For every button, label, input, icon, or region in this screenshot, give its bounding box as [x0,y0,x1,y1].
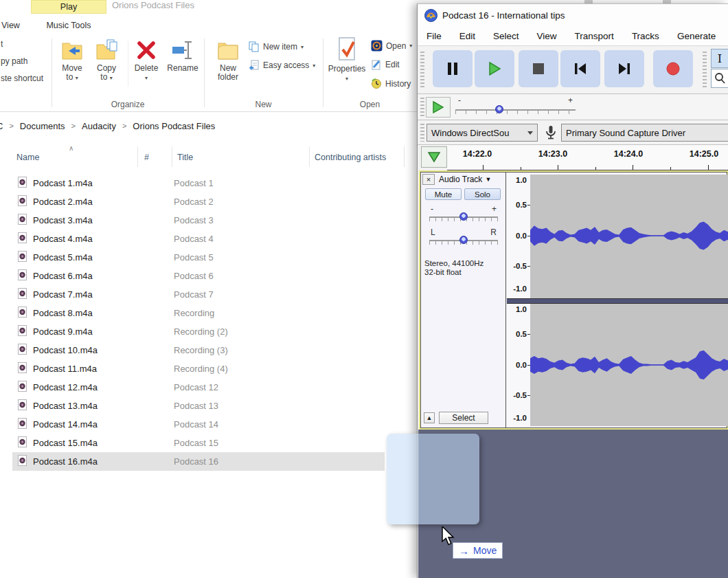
toolbar-grip[interactable] [420,124,424,142]
pan-slider[interactable]: L R [429,229,498,247]
playback-volume-slider[interactable]: - + [455,97,576,118]
copy-to-icon [95,38,118,62]
file-row[interactable]: Podcast 1.m4aPodcast 1 [0,174,417,192]
selection-tool-button[interactable]: I [711,49,728,68]
delete-button[interactable]: Delete▾ [128,38,165,82]
breadcrumb-item[interactable]: Audacity [82,121,116,131]
timeline-options-button[interactable] [421,146,447,168]
file-row[interactable]: Podcast 10.m4aRecording (3) [0,341,417,359]
skip-to-start-button[interactable] [560,50,600,87]
close-track-icon[interactable]: × [422,174,435,185]
tab-play[interactable]: Play [31,0,106,14]
clipboard-fragment-2[interactable]: py path [1,56,27,66]
file-row[interactable]: Podcast 9.m4aRecording (2) [0,322,417,341]
caret-down-icon: ▾ [145,75,148,81]
breadcrumb-item[interactable]: Orions Podcast Files [133,121,215,131]
meter-play-button[interactable] [426,97,451,118]
column-header-title[interactable]: Title [177,153,193,162]
zoom-tool-button[interactable] [711,69,728,88]
pause-button[interactable] [433,50,473,87]
edit-button[interactable]: Edit [371,59,400,70]
new-folder-button[interactable]: Newfolder [207,38,249,82]
clipboard-fragment-3[interactable]: ste shortcut [1,74,43,83]
file-row[interactable]: Podcast 12.m4aPodcast 12 [0,378,417,397]
vertical-ruler: 1.00.50.0-0.5-1.0 [507,175,530,298]
pinned-play-head-icon [426,151,442,164]
slider-thumb[interactable] [459,236,468,244]
menu-item-edit[interactable]: Edit [451,28,484,44]
file-row[interactable]: Podcast 4.m4aPodcast 4 [0,230,417,248]
file-row[interactable]: Podcast 2.m4aPodcast 2 [0,192,417,211]
meter-toolbar: - + [418,94,728,120]
menu-item-select[interactable]: Select [484,28,528,44]
toolbar-grip[interactable] [420,98,424,117]
file-row[interactable]: Podcast 13.m4aPodcast 13 [0,397,417,415]
audio-file-icon [18,325,27,339]
track-name[interactable]: Audio Track [439,175,482,184]
channel-left[interactable]: 1.00.50.0-0.5-1.0 [507,175,728,298]
track-menu-caret-icon[interactable]: ▼ [485,176,491,183]
recording-device-dropdown[interactable]: Primary Sound Capture Driver [561,124,728,142]
menu-item-tracks[interactable]: Tracks [623,28,668,44]
mute-button[interactable]: Mute [425,188,462,200]
audacity-titlebar[interactable]: Podcast 16 - International tips [418,4,728,27]
rename-button[interactable]: Rename [163,38,202,73]
slider-thumb[interactable] [459,212,468,221]
waveform-area[interactable] [530,175,728,298]
new-item-button[interactable]: New item▾ [249,41,304,52]
file-row[interactable]: Podcast 11.m4aRecording (4) [0,359,417,378]
file-row[interactable]: Podcast 7.m4aPodcast 7 [0,285,417,304]
audio-file-icon [18,195,27,209]
column-header-artists[interactable]: Contributing artists [315,153,386,162]
select-track-button[interactable]: Select [439,412,488,424]
stop-button[interactable] [519,50,558,87]
file-name: Podcast 7.m4a [33,289,174,300]
file-row[interactable]: Podcast 6.m4aPodcast 6 [0,267,417,285]
ruler-label: -1.0 [513,414,527,422]
file-row[interactable]: Podcast 16.m4aPodcast 16 [0,452,417,471]
file-row[interactable]: Podcast 14.m4aPodcast 14 [0,415,417,434]
toolbar-grip[interactable] [703,52,707,87]
toolbar-grip[interactable] [420,52,424,87]
open-button[interactable]: Open▾ [371,40,412,52]
waveform-area[interactable] [530,304,728,426]
skip-to-start-icon [573,61,588,76]
column-header-name[interactable]: Name [16,153,39,162]
solo-button[interactable]: Solo [464,188,501,200]
column-header-number[interactable]: # [144,153,149,162]
open-icon [371,40,383,52]
file-row[interactable]: Podcast 5.m4aPodcast 5 [0,248,417,267]
tab-music-tools[interactable]: Music Tools [33,21,104,30]
tab-view[interactable]: View [1,21,20,30]
record-button[interactable] [653,50,693,87]
menu-item-view[interactable]: View [528,28,566,44]
caret-down-icon: ▾ [110,75,113,81]
menu-item-generate[interactable]: Generate [668,28,725,44]
timeline: 14:22.014:23.014:24.014:25.0 [418,145,728,170]
slider-thumb[interactable] [495,105,503,113]
timeline-ruler[interactable]: 14:22.014:23.014:24.014:25.0 [447,145,728,170]
channel-right[interactable]: 1.00.50.0-0.5-1.0 [507,304,728,426]
easy-access-button[interactable]: Easy access▾ [249,60,315,71]
menu-item-transport[interactable]: Transport [566,28,623,44]
gain-slider[interactable]: - + [429,205,498,223]
audio-host-dropdown[interactable]: Windows DirectSou [426,124,538,142]
ibeam-icon: I [718,52,722,65]
play-button[interactable] [475,50,514,87]
history-button[interactable]: History [371,78,411,89]
copy-to-button[interactable]: Copyto ▾ [86,38,127,82]
file-name: Podcast 3.m4a [33,215,174,225]
collapse-track-button[interactable]: ▲ [424,412,435,423]
track-control-panel[interactable]: × Audio Track ▼ Mute Solo - + L [421,173,506,427]
file-row[interactable]: Podcast 15.m4aPodcast 15 [0,434,417,452]
breadcrumb[interactable]: C>Documents>Audacity>Orions Podcast File… [0,112,417,140]
group-label-new: New [204,100,323,109]
menu-item-file[interactable]: File [418,28,451,44]
file-row[interactable]: Podcast 3.m4aPodcast 3 [0,211,417,230]
properties-button[interactable]: Properties▾ [326,36,367,83]
ruler-label: 0.5 [516,330,527,338]
skip-to-end-button[interactable] [604,50,644,87]
breadcrumb-item[interactable]: Documents [20,121,65,131]
file-row[interactable]: Podcast 8.m4aRecording [0,304,417,322]
menu-item-effect[interactable]: Effect [725,28,728,44]
